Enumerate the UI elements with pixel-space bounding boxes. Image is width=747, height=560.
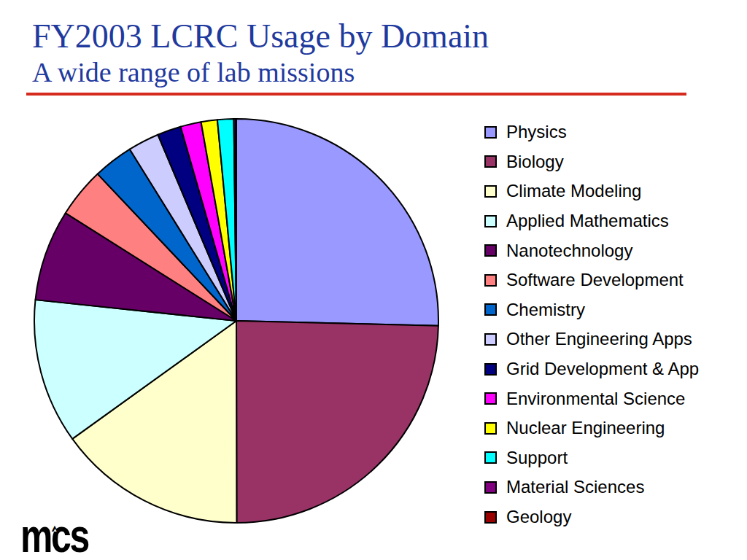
- legend-swatch: [484, 392, 497, 405]
- slide-subtitle: A wide range of lab missions: [32, 58, 355, 88]
- pie-slice: [236, 119, 438, 326]
- legend-label: Applied Mathematics: [506, 211, 669, 231]
- legend-swatch: [484, 126, 497, 139]
- legend-label: Physics: [506, 122, 567, 142]
- legend-swatch: [484, 422, 497, 435]
- slide-canvas: FY2003 LCRC Usage by Domain A wide range…: [0, 0, 747, 560]
- legend-label: Chemistry: [506, 300, 585, 320]
- legend-swatch: [484, 451, 497, 464]
- legend-label: Grid Development & App: [506, 359, 699, 379]
- legend-label: Climate Modeling: [506, 181, 641, 201]
- pie-chart: [18, 102, 455, 540]
- legend-item: Software Development: [484, 265, 699, 295]
- legend-label: Software Development: [506, 270, 684, 290]
- legend-swatch: [484, 185, 497, 198]
- legend-swatch: [484, 303, 497, 316]
- legend-item: Chemistry: [484, 295, 699, 325]
- legend-label: Nanotechnology: [506, 241, 632, 261]
- legend-item: Biology: [484, 147, 699, 177]
- legend-swatch: [484, 511, 497, 524]
- legend-label: Nuclear Engineering: [506, 418, 665, 438]
- legend-swatch: [484, 363, 497, 376]
- legend-item: Geology: [484, 502, 699, 532]
- legend-swatch: [484, 274, 497, 287]
- mcs-logo: mcs ▲ ▲: [20, 513, 130, 556]
- legend-label: Support: [506, 448, 568, 468]
- legend-item: Applied Mathematics: [484, 206, 699, 236]
- pie-slice: [236, 321, 438, 523]
- legend-label: Material Sciences: [506, 477, 644, 497]
- legend-swatch: [484, 333, 497, 346]
- legend-label: Other Engineering Apps: [506, 329, 692, 349]
- legend-label: Environmental Science: [506, 389, 685, 409]
- logo-text: mcs: [20, 513, 88, 559]
- legend-item: Material Sciences: [484, 472, 699, 502]
- legend-item: Environmental Science: [484, 384, 699, 413]
- legend-item: Nanotechnology: [484, 236, 699, 265]
- legend-label: Geology: [506, 507, 571, 527]
- slide-title: FY2003 LCRC Usage by Domain: [32, 19, 489, 54]
- legend-swatch: [484, 155, 497, 168]
- legend-item: Physics: [484, 117, 699, 147]
- legend-item: Other Engineering Apps: [484, 324, 699, 354]
- legend-label: Biology: [506, 152, 564, 172]
- logo-triangle-inner-icon: ▲: [53, 528, 58, 533]
- legend-swatch: [484, 481, 497, 494]
- legend-item: Nuclear Engineering: [484, 413, 699, 443]
- legend-item: Grid Development & App: [484, 354, 699, 384]
- legend-swatch: [484, 215, 497, 228]
- chart-legend: PhysicsBiologyClimate ModelingApplied Ma…: [484, 117, 699, 532]
- legend-item: Support: [484, 443, 699, 473]
- pie-slice: [236, 119, 236, 321]
- legend-swatch: [484, 244, 497, 257]
- title-underline: [26, 93, 686, 96]
- legend-item: Climate Modeling: [484, 176, 699, 206]
